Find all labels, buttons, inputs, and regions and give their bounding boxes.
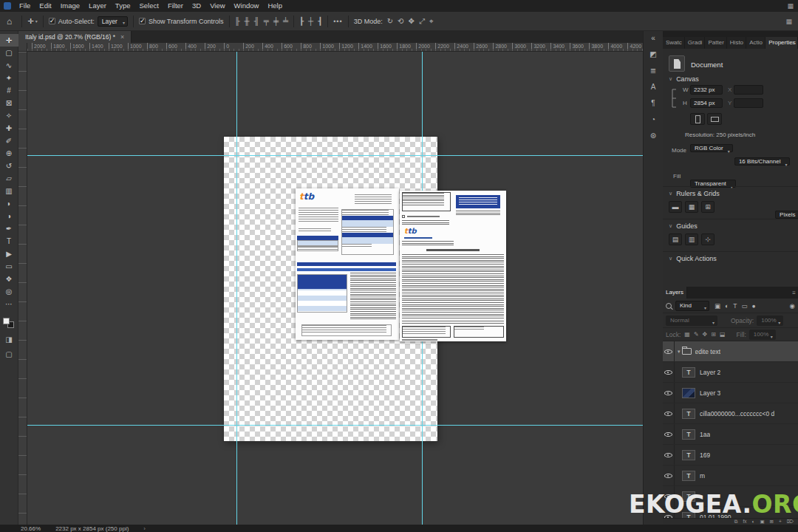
layer-mask-icon[interactable]: ▣ bbox=[760, 519, 764, 525]
edit-toolbar-icon[interactable]: ⋯ bbox=[0, 298, 18, 310]
document-preview-page-1[interactable]: ttb bbox=[296, 188, 399, 340]
layer-row[interactable]: ▾ T 169 bbox=[663, 445, 798, 466]
y-field[interactable] bbox=[734, 98, 763, 108]
expand-panels-icon[interactable]: « bbox=[651, 34, 655, 43]
clone-stamp-tool[interactable]: ⊕ bbox=[0, 147, 18, 160]
vertical-guide[interactable] bbox=[236, 52, 237, 525]
visibility-toggle[interactable] bbox=[663, 466, 675, 485]
align-left-edges-icon[interactable]: ╟ bbox=[235, 16, 240, 27]
eraser-tool[interactable]: ▱ bbox=[0, 172, 18, 185]
screen-mode-icon[interactable]: ▢ bbox=[5, 350, 12, 358]
layer-row[interactable]: ▾ T Layer 3 bbox=[663, 383, 798, 403]
zoom-level[interactable]: 20.66% bbox=[21, 525, 41, 532]
tab-actions[interactable]: Actio bbox=[746, 37, 765, 49]
visibility-toggle[interactable] bbox=[663, 362, 675, 382]
lock-all-icon[interactable]: ⬓ bbox=[719, 331, 726, 338]
foreground-background-colors[interactable] bbox=[3, 318, 15, 329]
distribute-vertical-icon[interactable]: ┨ bbox=[318, 16, 322, 27]
rectangle-tool[interactable]: ▭ bbox=[0, 260, 18, 273]
canvas-viewport[interactable]: ttb bbox=[27, 52, 643, 525]
visibility-toggle[interactable] bbox=[663, 424, 675, 444]
ruler-origin-corner[interactable] bbox=[18, 43, 27, 52]
healing-brush-tool[interactable]: ✚ bbox=[0, 122, 18, 134]
3d-drag-icon[interactable]: ✥ bbox=[408, 16, 414, 27]
filter-search-icon[interactable] bbox=[666, 303, 672, 309]
menu-item[interactable]: Type bbox=[111, 0, 135, 12]
grid-icon[interactable]: ▦ bbox=[685, 201, 698, 213]
3d-slide-icon[interactable]: ⤢ bbox=[419, 16, 425, 27]
lock-position-icon[interactable]: ✥ bbox=[702, 331, 709, 338]
auto-select-checkbox[interactable] bbox=[49, 18, 55, 24]
x-field[interactable] bbox=[734, 85, 763, 95]
align-bottom-edges-icon[interactable]: ╧ bbox=[283, 16, 288, 27]
clear-guides-icon[interactable]: ⊹ bbox=[701, 233, 715, 245]
brushes-panel-icon[interactable]: ⊛ bbox=[650, 132, 656, 140]
3d-scale-icon[interactable]: ⌖ bbox=[429, 16, 434, 27]
3d-roll-icon[interactable]: ⟲ bbox=[398, 16, 403, 27]
blend-mode-select[interactable]: Normal bbox=[666, 316, 717, 326]
show-transform-checkbox[interactable] bbox=[139, 18, 146, 24]
quick-selection-tool[interactable]: ✦ bbox=[0, 72, 18, 84]
menu-item[interactable]: 3D bbox=[188, 0, 205, 12]
lock-guides-icon[interactable]: ▥ bbox=[685, 233, 698, 245]
gradient-tool[interactable]: ▥ bbox=[0, 185, 18, 197]
menu-item[interactable]: Filter bbox=[163, 0, 188, 12]
filter-kind-select[interactable]: Kind bbox=[675, 301, 709, 311]
tab-layers[interactable]: Layers bbox=[663, 287, 687, 299]
filter-shape-layers-icon[interactable]: ▭ bbox=[740, 302, 748, 310]
section-canvas[interactable]: ∨ Canvas bbox=[669, 75, 699, 83]
new-guide-layout-icon[interactable]: ▤ bbox=[669, 233, 682, 245]
paragraph-panel-icon[interactable]: ¶ bbox=[651, 99, 655, 108]
current-tool-icon[interactable]: ✛ ▾ bbox=[27, 17, 37, 25]
brush-tool[interactable]: ✐ bbox=[0, 134, 18, 147]
auto-select-target-select[interactable]: Layer bbox=[98, 16, 128, 27]
horizontal-ruler[interactable]: 2000180016001400120010008006004002000200… bbox=[27, 43, 643, 52]
tab-patterns[interactable]: Patter bbox=[705, 37, 726, 49]
align-vertical-centers-icon[interactable]: ╪ bbox=[273, 16, 279, 27]
horizontal-guide[interactable] bbox=[27, 155, 643, 156]
layer-row[interactable]: ▾ T cilla0000000...ccccccc<0 d bbox=[663, 403, 798, 424]
distribute-horizontal-icon[interactable]: ┠ bbox=[299, 16, 304, 27]
adjustment-layer-icon[interactable]: ◐ bbox=[751, 519, 754, 525]
menu-item[interactable]: Edit bbox=[35, 0, 55, 12]
new-group-icon[interactable]: ⊞ bbox=[770, 519, 774, 525]
adjustments-panel-icon[interactable]: ◩ bbox=[649, 50, 656, 59]
status-chevron-icon[interactable]: › bbox=[143, 525, 146, 532]
horizontal-guide[interactable] bbox=[27, 425, 643, 426]
document-tab[interactable]: Italy id.psd @ 20.7% (RGB/16) * × bbox=[18, 31, 132, 43]
lasso-tool[interactable]: ∿ bbox=[0, 59, 18, 72]
rectangular-marquee-tool[interactable]: ▢ bbox=[0, 47, 18, 59]
menu-item[interactable]: File bbox=[15, 0, 35, 12]
move-tool[interactable]: ✛ bbox=[0, 34, 18, 47]
section-guides[interactable]: ∨ Guides bbox=[669, 222, 698, 230]
workspace-switcher-icon[interactable]: ▦ bbox=[787, 2, 794, 10]
section-quick-actions[interactable]: ∨ Quick Actions bbox=[669, 255, 717, 262]
menu-item[interactable]: Help bbox=[263, 0, 287, 12]
layer-effects-icon[interactable]: fx bbox=[743, 519, 746, 525]
dodge-tool[interactable]: ◑ bbox=[0, 210, 18, 222]
ruler-units-select[interactable]: Pixels bbox=[775, 211, 798, 219]
pen-tool[interactable]: ✒ bbox=[0, 222, 18, 235]
filter-pixel-layers-icon[interactable]: ▣ bbox=[713, 302, 722, 310]
layer-row[interactable]: ▾ T 1aa bbox=[663, 424, 798, 445]
path-selection-tool[interactable]: ▶ bbox=[0, 248, 18, 260]
visibility-toggle[interactable] bbox=[663, 445, 675, 465]
zoom-tool[interactable]: ◎ bbox=[0, 285, 18, 298]
height-field[interactable]: 2854 px bbox=[690, 98, 723, 108]
color-mode-select[interactable]: RGB Color bbox=[690, 144, 733, 152]
fill-select[interactable]: 100% bbox=[749, 330, 776, 340]
link-layers-icon[interactable]: ⧉ bbox=[734, 519, 738, 525]
character-panel-icon[interactable]: A bbox=[651, 83, 656, 92]
type-tool[interactable]: T bbox=[0, 235, 18, 248]
quick-mask-icon[interactable]: ◨ bbox=[5, 335, 12, 344]
visibility-toggle[interactable] bbox=[663, 341, 675, 361]
menu-item[interactable]: Window bbox=[230, 0, 264, 12]
filter-smart-objects-icon[interactable]: ● bbox=[750, 302, 757, 310]
align-right-edges-icon[interactable]: ╢ bbox=[254, 16, 259, 27]
section-rulers-grids[interactable]: ∨ Rulers & Grids bbox=[669, 190, 720, 197]
layers-panel-menu-icon[interactable]: ≡ bbox=[792, 290, 796, 296]
menu-item[interactable]: Image bbox=[56, 0, 84, 12]
lock-artboard-icon[interactable]: ⊞ bbox=[710, 331, 717, 338]
visibility-toggle[interactable] bbox=[663, 403, 675, 423]
delete-layer-icon[interactable]: ⌦ bbox=[787, 519, 794, 525]
